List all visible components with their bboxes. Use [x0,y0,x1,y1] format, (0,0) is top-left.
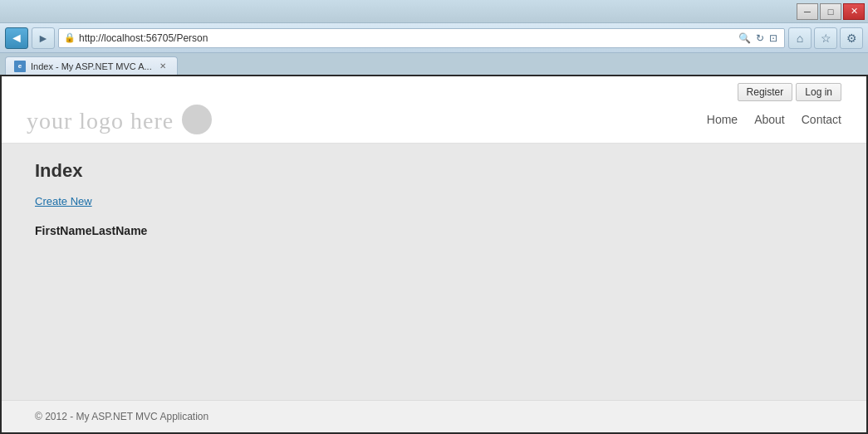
webpage: Register Log in your logo here Home Abou… [0,75,868,434]
table-headers: FirstName LastName [35,224,833,237]
tab-label: Index - My ASP.NET MVC A... [31,61,152,71]
address-input[interactable] [79,32,733,44]
tab-bar: e Index - My ASP.NET MVC A... ✕ [0,53,868,75]
create-new-link[interactable]: Create New [35,195,833,207]
nav-contact[interactable]: Contact [802,113,841,126]
site-logo: your logo here [27,108,174,134]
title-bar: ─ □ ✕ [0,0,868,23]
forward-button[interactable]: ► [32,27,55,49]
nav-right-buttons: ⌂ ☆ ⚙ [788,27,863,49]
login-button[interactable]: Log in [796,83,841,101]
address-bar-container: 🔒 🔍 ↻ ⊡ [58,28,785,48]
search-button[interactable]: 🔍 [737,32,753,44]
nav-home[interactable]: Home [707,113,738,126]
footer-copyright: © 2012 - My ASP.NET MVC Application [35,411,208,422]
settings-button[interactable]: ⚙ [840,27,863,49]
address-bar-actions: 🔍 ↻ ⊡ [737,32,779,44]
main-content: Index Create New FirstName LastName [2,144,866,400]
avatar [182,105,212,134]
refresh-button[interactable]: ↻ [754,32,766,44]
tab-favicon: e [14,61,26,72]
home-button[interactable]: ⌂ [788,27,812,49]
nav-about[interactable]: About [754,113,785,126]
title-bar-controls: ─ □ ✕ [797,3,865,20]
lastname-header: LastName [91,224,147,237]
site-header: Register Log in your logo here Home Abou… [2,76,866,143]
back-button[interactable]: ◄ [5,27,28,49]
browser-window: ─ □ ✕ ◄ ► 🔒 🔍 ↻ ⊡ ⌂ ☆ ⚙ e Index - My ASP… [0,0,868,434]
site-header-nav: your logo here Home About Contact [27,105,841,143]
tab-close-button[interactable]: ✕ [157,61,169,72]
browser-tab[interactable]: e Index - My ASP.NET MVC A... ✕ [5,56,178,75]
firstname-header: FirstName [35,224,91,237]
nav-bar: ◄ ► 🔒 🔍 ↻ ⊡ ⌂ ☆ ⚙ [0,23,868,53]
register-button[interactable]: Register [738,83,793,101]
restore-button[interactable]: □ [820,3,841,20]
reload-button[interactable]: ⊡ [767,32,779,44]
lock-icon: 🔒 [64,32,76,43]
site-nav: Home About Contact [707,113,841,126]
minimize-button[interactable]: ─ [797,3,818,20]
favorites-button[interactable]: ☆ [814,27,837,49]
site-header-top: Register Log in [27,76,841,105]
page-title: Index [35,160,833,182]
site-footer: © 2012 - My ASP.NET MVC Application [2,400,866,432]
close-button[interactable]: ✕ [843,3,865,20]
